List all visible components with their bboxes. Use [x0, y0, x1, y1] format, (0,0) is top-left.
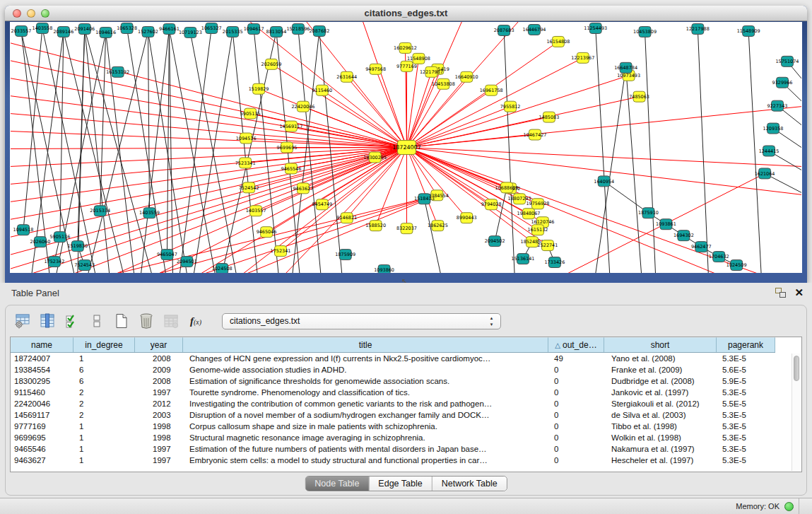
table-cell[interactable]: 6 — [73, 364, 135, 375]
graph-edge[interactable] — [376, 69, 407, 148]
graph-edge[interactable] — [11, 132, 406, 148]
table-row[interactable]: 1830029562008Estimation of significance … — [11, 375, 775, 387]
select-columns-icon[interactable] — [64, 313, 81, 329]
graph-edge[interactable] — [698, 29, 708, 273]
table-cell[interactable]: 0 — [548, 409, 604, 421]
column-header-out_de[interactable]: △out_de… — [548, 337, 604, 352]
network-graph-canvas[interactable]: 9777169949756826316449115460224200461456… — [10, 22, 802, 273]
graph-edge[interactable] — [85, 29, 152, 273]
table-cell[interactable]: Nakamura et al. (1997) — [604, 443, 717, 455]
column-header-name[interactable]: name — [11, 337, 73, 352]
graph-edge[interactable] — [406, 148, 801, 167]
table-scrollbar[interactable] — [792, 354, 801, 471]
table-cell[interactable]: 1 — [73, 455, 135, 466]
table-cell[interactable]: 0 — [548, 455, 604, 466]
table-cell[interactable]: 14569117 — [11, 409, 73, 421]
graph-edge[interactable] — [298, 29, 321, 273]
table-row[interactable]: 969969511998Structural magnetic resonanc… — [11, 432, 775, 443]
graph-edge[interactable] — [596, 28, 610, 273]
table-cell[interactable]: 2009 — [135, 364, 183, 375]
table-cell[interactable]: Stergiakouli et al. (2012) — [604, 398, 717, 409]
table-cell[interactable]: 0 — [548, 364, 604, 375]
table-cell[interactable]: Estimation of the future numbers of pati… — [183, 443, 548, 455]
graph-edge[interactable] — [424, 199, 440, 273]
graph-edge[interactable] — [11, 96, 406, 148]
table-cell[interactable]: 9777169 — [11, 421, 73, 432]
graph-edge[interactable] — [11, 78, 406, 148]
table-cell[interactable]: 5.3E-5 — [717, 353, 775, 364]
show-columns-icon[interactable] — [39, 313, 56, 329]
table-cell[interactable]: 2003 — [135, 409, 183, 421]
table-cell[interactable]: 1 — [73, 421, 135, 432]
table-cell[interactable]: 5.3E-5 — [717, 443, 775, 455]
column-header-year[interactable]: year — [135, 337, 183, 352]
table-cell[interactable]: Corpus callosum shape and size in male p… — [183, 421, 548, 432]
table-cell[interactable]: 0 — [548, 443, 604, 455]
table-cell[interactable]: 1997 — [135, 443, 183, 455]
table-cell[interactable]: Tourette syndrome. Phenomenology and cla… — [183, 387, 548, 398]
tab-edge-table[interactable]: Edge Table — [369, 477, 432, 491]
table-cell[interactable]: 9465546 — [11, 443, 73, 455]
graph-edge[interactable] — [406, 107, 801, 148]
tab-network-table[interactable]: Network Table — [433, 477, 507, 491]
table-cell[interactable]: 5.5E-5 — [717, 398, 775, 409]
table-cell[interactable]: Investigating the contribution of common… — [183, 398, 548, 409]
table-cell[interactable]: 5.3E-5 — [717, 421, 775, 432]
graph-edge[interactable] — [169, 29, 215, 273]
table-cell[interactable]: 1 — [73, 443, 135, 455]
zoom-window-button[interactable] — [41, 9, 49, 18]
window-titlebar[interactable]: citations_edges.txt — [5, 6, 807, 21]
graph-edge[interactable] — [194, 32, 233, 273]
graph-edge[interactable] — [406, 72, 431, 148]
table-cell[interactable]: 6 — [73, 375, 135, 387]
column-header-in_degree[interactable]: in_degree — [73, 337, 135, 352]
table-cell[interactable]: 9463627 — [11, 455, 73, 466]
table-cell[interactable]: Genome-wide association studies in ADHD. — [183, 364, 548, 375]
table-row[interactable]: 1872400712008Changes of HCN gene express… — [11, 353, 775, 364]
graph-edge[interactable] — [645, 32, 656, 273]
table-cell[interactable]: 0 — [548, 375, 604, 387]
table-cell[interactable]: Jankovic et al. (1997) — [604, 387, 717, 398]
graph-edge[interactable] — [495, 187, 507, 241]
table-cell[interactable]: 1998 — [135, 432, 183, 443]
table-cell[interactable]: de Silva et al. (2003) — [604, 409, 717, 421]
tab-node-table[interactable]: Node Table — [305, 477, 369, 491]
column-header-title[interactable]: title — [183, 337, 548, 352]
table-cell[interactable]: Dudbridge et al. (2008) — [604, 375, 717, 387]
table-cell[interactable]: 1 — [73, 432, 135, 443]
graph-edge[interactable] — [604, 181, 649, 213]
close-window-button[interactable] — [13, 9, 21, 18]
table-cell[interactable]: 5.3E-5 — [717, 387, 775, 398]
table-cell[interactable]: 18300295 — [11, 375, 73, 387]
table-cell[interactable]: 49 — [548, 353, 604, 364]
table-scrollbar-thumb[interactable] — [794, 356, 799, 381]
table-row[interactable]: 1938455462009Genome-wide association stu… — [11, 364, 775, 375]
table-cell[interactable]: Franke et al. (2009) — [604, 364, 717, 375]
rows-icon[interactable] — [88, 313, 105, 329]
graph-edge[interactable] — [406, 148, 758, 274]
close-panel-icon[interactable]: ✕ — [794, 288, 804, 298]
graph-edge[interactable] — [60, 32, 64, 237]
table-cell[interactable]: 2 — [73, 409, 135, 421]
table-cell[interactable]: Wolkin et al. (1998) — [604, 432, 717, 443]
table-cell[interactable]: 2008 — [135, 353, 183, 364]
table-cell[interactable]: Embryonic stem cells: a model to study s… — [183, 455, 548, 466]
graph-edge[interactable] — [319, 31, 342, 273]
graph-edge[interactable] — [363, 22, 407, 148]
table-cell[interactable]: Structural magnetic resonance image aver… — [183, 432, 548, 443]
graph-edge[interactable] — [127, 28, 166, 273]
table-cell[interactable]: Yano et al. (2008) — [604, 353, 717, 364]
table-cell[interactable]: 5.3E-5 — [717, 455, 775, 466]
table-cell[interactable]: 19384554 — [11, 364, 73, 375]
table-cell[interactable]: 0 — [548, 387, 604, 398]
graph-edge[interactable] — [180, 28, 211, 273]
table-cell[interactable]: 22420046 — [11, 398, 73, 409]
table-cell[interactable]: 2 — [73, 387, 135, 398]
table-cell[interactable]: 2 — [73, 398, 135, 409]
memory-status-indicator[interactable] — [784, 502, 794, 511]
function-builder-icon[interactable]: f(x) — [187, 313, 204, 329]
graph-edge[interactable] — [23, 28, 42, 230]
table-cell[interactable]: 2008 — [135, 375, 183, 387]
table-cell[interactable]: 5.9E-5 — [717, 375, 775, 387]
float-panel-icon[interactable] — [775, 288, 786, 298]
